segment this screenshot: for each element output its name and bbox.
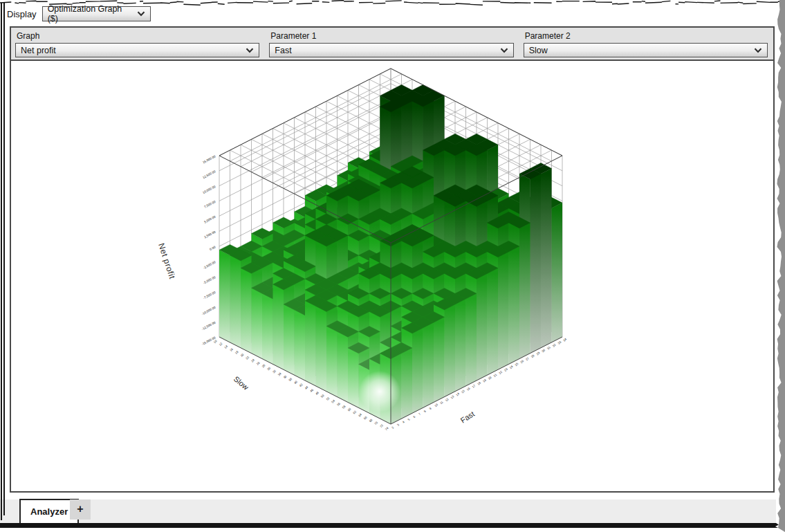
svg-text:27: 27 [525,356,530,361]
svg-text:62: 62 [352,410,357,414]
parameter1-column: Parameter 1 Fast [269,30,513,59]
optimizer-panel: Graph Net profit Parameter 1 Fast Parame… [10,26,775,493]
svg-text:14: 14 [455,392,460,396]
svg-text:54: 54 [331,398,335,403]
svg-text:48: 48 [315,391,320,396]
svg-text:7: 7 [418,412,422,416]
svg-text:Net profit: Net profit [156,242,177,281]
svg-text:12: 12 [219,342,223,347]
tab-bar [0,499,776,524]
svg-text:21: 21 [492,373,497,378]
svg-text:19: 19 [482,378,487,383]
svg-text:16: 16 [229,347,234,352]
svg-text:8: 8 [423,409,427,413]
svg-text:-10,000.00: -10,000.00 [201,306,216,316]
svg-text:-2,500.00: -2,500.00 [203,260,216,270]
tab-analyzer-label: Analyzer [30,506,68,517]
parameter1-dropdown[interactable]: Fast [269,43,513,57]
chart-toolbar: Graph Net profit Parameter 1 Fast Parame… [11,28,773,61]
svg-text:56: 56 [336,401,341,406]
parameter2-dropdown-value: Slow [529,46,548,55]
svg-text:32: 32 [552,342,557,347]
svg-text:34: 34 [562,337,567,342]
svg-text:42: 42 [299,383,304,387]
svg-text:-12,500.00: -12,500.00 [201,320,216,331]
parameter2-label: Parameter 2 [525,31,768,41]
svg-text:17: 17 [471,383,476,388]
svg-text:72: 72 [379,423,384,428]
svg-text:10: 10 [434,403,438,407]
svg-text:24: 24 [509,365,514,369]
svg-text:0.00: 0.00 [209,245,216,251]
parameter2-column: Parameter 2 Slow [524,30,768,59]
optimization-surface-chart[interactable]: 1012141618202224262830323436384042444648… [11,61,773,491]
svg-text:5: 5 [407,417,411,421]
surface-plot[interactable]: 1012141618202224262830323436384042444648… [11,61,773,491]
parameter1-dropdown-value: Fast [275,46,291,55]
svg-text:24: 24 [250,358,255,363]
graph-label: Graph [17,31,259,41]
svg-text:26: 26 [256,360,261,365]
svg-text:22: 22 [498,370,503,375]
chevron-down-icon [137,11,145,17]
torn-edge-right [775,0,785,532]
svg-text:60: 60 [347,407,352,412]
plus-icon: + [77,503,83,515]
svg-text:46: 46 [309,388,314,393]
svg-text:14: 14 [223,345,228,349]
svg-text:58: 58 [342,404,347,409]
display-bar: Display Optimization Graph ($) [7,6,151,21]
chevron-down-icon [246,48,254,53]
svg-text:15,000.00: 15,000.00 [202,154,216,164]
svg-text:16: 16 [466,386,471,391]
svg-text:25: 25 [514,362,519,367]
svg-text:32: 32 [272,369,277,374]
svg-text:52: 52 [326,396,331,401]
svg-text:18: 18 [477,380,481,385]
svg-text:2: 2 [391,425,395,430]
svg-text:20: 20 [240,352,245,357]
svg-text:22: 22 [245,355,250,360]
svg-text:5,000.00: 5,000.00 [203,215,216,224]
display-label: Display [7,9,37,19]
svg-text:15: 15 [461,389,465,394]
svg-text:30: 30 [266,366,271,371]
window-left-border [1,3,2,520]
svg-text:33: 33 [557,340,562,345]
svg-text:50: 50 [320,394,325,398]
svg-text:3: 3 [396,423,400,427]
display-dropdown-value: Optimization Graph ($) [48,4,133,24]
graph-dropdown-value: Net profit [21,46,56,55]
svg-text:4: 4 [402,420,406,424]
svg-text:Fast: Fast [459,410,476,425]
svg-text:2,500.00: 2,500.00 [203,230,216,239]
svg-text:10,000.00: 10,000.00 [202,185,216,194]
svg-text:18: 18 [234,350,239,355]
chevron-down-icon [754,48,762,53]
svg-text:66: 66 [363,415,368,420]
chevron-down-icon [500,48,508,53]
svg-text:68: 68 [369,418,373,423]
svg-text:38: 38 [288,377,293,382]
svg-text:40: 40 [293,380,298,385]
display-dropdown[interactable]: Optimization Graph ($) [42,6,151,21]
graph-column: Graph Net profit [15,30,259,59]
svg-text:31: 31 [546,345,551,350]
svg-text:13: 13 [450,394,454,399]
svg-text:20: 20 [488,375,492,380]
svg-text:12,500.00: 12,500.00 [202,169,216,179]
svg-text:29: 29 [535,351,540,356]
svg-text:9: 9 [428,406,432,410]
add-tab-button[interactable]: + [70,499,91,520]
svg-text:28: 28 [261,363,266,368]
svg-text:-5,000.00: -5,000.00 [203,275,216,285]
svg-text:23: 23 [504,367,508,372]
svg-text:11: 11 [439,400,444,405]
svg-text:7,500.00: 7,500.00 [203,200,216,209]
svg-text:12: 12 [445,397,450,402]
parameter2-dropdown[interactable]: Slow [524,43,768,57]
svg-text:6: 6 [412,414,416,419]
svg-text:30: 30 [541,348,546,353]
svg-text:74: 74 [385,426,389,431]
graph-dropdown[interactable]: Net profit [15,43,259,57]
